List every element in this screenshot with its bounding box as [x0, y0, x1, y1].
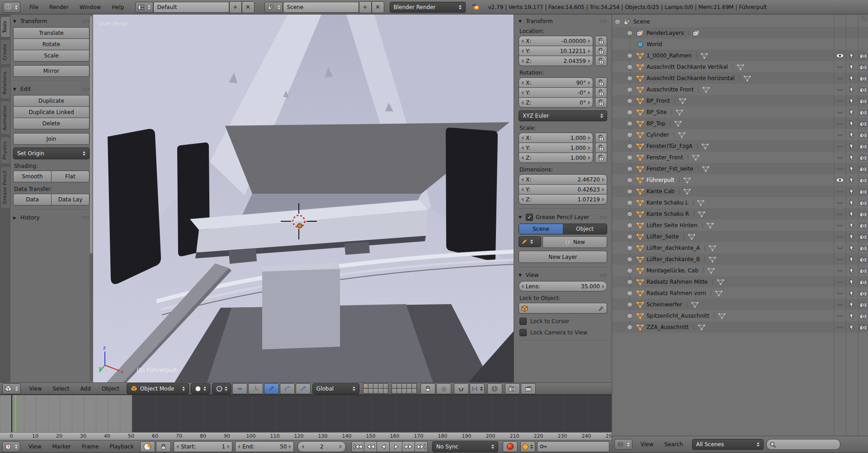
gp-brush-dropdown[interactable]	[519, 236, 541, 247]
search-input[interactable]	[776, 441, 828, 448]
expand-icon[interactable]: ⊕	[627, 290, 633, 296]
proportional-edit-button[interactable]: ◎	[436, 383, 451, 394]
outliner-item-fenster-fst-seite[interactable]: ⊕Fenster_Fst_seite|	[612, 163, 868, 174]
selectable-cursor-icon[interactable]	[849, 109, 854, 116]
layer-cell[interactable]	[407, 389, 411, 393]
render-camera-icon[interactable]	[859, 324, 867, 330]
manipulator-toggle-button[interactable]: ↔	[232, 383, 247, 394]
panel-header-grease-pencil[interactable]: ▼✓Grease Pencil Layer	[519, 214, 607, 221]
gp-new-button[interactable]: New	[542, 236, 607, 248]
layer-cell[interactable]	[383, 384, 388, 388]
pivot-point-dropdown[interactable]	[212, 383, 231, 394]
expand-icon[interactable]: ⊕	[627, 234, 633, 239]
opengl-render-button[interactable]	[505, 383, 520, 394]
visibility-eye-closed-icon[interactable]	[836, 211, 844, 217]
outliner-menu-search[interactable]: Search	[659, 438, 688, 451]
selectable-cursor-icon[interactable]	[849, 97, 854, 105]
expand-icon[interactable]: ⊕	[627, 267, 633, 273]
outliner-item-ausschnitt-dachkante-horizontal[interactable]: ⊕Ausschnitt Dachkante horizontal|	[612, 72, 868, 84]
layer-cell[interactable]	[378, 389, 383, 393]
expand-icon[interactable]: ⊕	[627, 120, 633, 126]
selectable-cursor-icon[interactable]	[849, 120, 854, 127]
delete-scene-button[interactable]: ✕	[372, 1, 384, 13]
panel-header-transform[interactable]: ▼Transform	[13, 18, 90, 24]
outliner-item-montagelücke-cab[interactable]: ⊕Montagelücke, Cab|	[612, 265, 868, 276]
expand-icon[interactable]: ⊕	[627, 177, 633, 183]
number-field[interactable]: Z:2.04359	[519, 56, 593, 66]
number-field[interactable]: X:90°	[519, 77, 593, 88]
visibility-eye-closed-icon[interactable]	[836, 155, 844, 160]
number-field[interactable]: X:1.000	[519, 133, 593, 143]
render-border-button[interactable]	[487, 383, 502, 394]
outliner-menu-view[interactable]: View	[635, 438, 659, 451]
lock-icon[interactable]	[595, 56, 607, 66]
render-camera-icon[interactable]	[859, 166, 867, 172]
set-origin-dropdown[interactable]: Set Origin	[13, 148, 90, 159]
outliner-item-fenster-tür-fzga[interactable]: ⊕Fenster/Tür_FzgA|	[612, 140, 868, 152]
outliner-item-1-0000-rahmen[interactable]: ⊕1_0000_Rahmen|	[612, 50, 868, 61]
visibility-eye-closed-icon[interactable]	[836, 291, 844, 296]
render-camera-icon[interactable]	[859, 211, 867, 217]
grease-pencil-checkbox[interactable]: ✓	[526, 214, 533, 221]
expand-icon[interactable]: ⊕	[627, 30, 633, 36]
expand-icon[interactable]: ⊕	[627, 166, 633, 172]
lock-to-object-field[interactable]	[519, 303, 607, 314]
visibility-eye-closed-icon[interactable]	[836, 76, 844, 81]
collapse-icon[interactable]: ⊖	[614, 19, 621, 24]
lock-icon[interactable]	[595, 36, 607, 46]
sync-dropdown[interactable]: No Sync	[432, 441, 498, 452]
lock-icon[interactable]	[595, 133, 607, 143]
expand-icon[interactable]: ⊕	[627, 313, 633, 319]
visibility-eye-open-icon[interactable]	[836, 177, 844, 183]
selectable-cursor-icon[interactable]	[849, 131, 854, 138]
outliner-item-bp-top[interactable]: ⊕BP_Top|	[612, 118, 868, 129]
render-camera-icon[interactable]	[859, 301, 867, 307]
expand-icon[interactable]: ⊕	[627, 279, 633, 285]
outliner-item-world[interactable]: World	[612, 38, 868, 50]
outliner-item-lüfter-dachkante-b[interactable]: ⊕Lüfter_dachkante_B|	[612, 253, 868, 265]
selectable-cursor-icon[interactable]	[849, 143, 854, 150]
visibility-eye-closed-icon[interactable]	[836, 223, 844, 228]
render-camera-icon[interactable]	[859, 75, 867, 81]
render-camera-icon[interactable]	[859, 143, 867, 149]
next-keyframe-button[interactable]	[402, 441, 415, 452]
expand-icon[interactable]: ⊕	[627, 86, 633, 92]
render-camera-icon[interactable]	[859, 279, 867, 285]
visibility-eye-closed-icon[interactable]	[836, 234, 844, 239]
play-reverse-button[interactable]	[377, 441, 390, 452]
timeline-track[interactable]	[0, 395, 612, 432]
outliner-item-cylinder[interactable]: ⊕Cylinder|	[612, 129, 868, 140]
timeline-menu-marker[interactable]: Marker	[47, 440, 76, 453]
layers-widget[interactable]	[363, 383, 417, 394]
number-field[interactable]: Y:-0°	[519, 87, 593, 98]
visibility-eye-closed-icon[interactable]	[836, 324, 844, 330]
layer-cell[interactable]	[397, 384, 401, 388]
render-camera-icon[interactable]	[859, 200, 867, 205]
expand-icon[interactable]: ⊕	[627, 143, 633, 149]
render-camera-icon[interactable]	[859, 222, 867, 228]
timeline-menu-frame[interactable]: Frame	[76, 440, 104, 453]
render-camera-icon[interactable]	[859, 98, 867, 104]
outliner-item-ausschnitte-front[interactable]: ⊕Ausschnitte Front|	[612, 84, 868, 95]
selectable-cursor-icon[interactable]	[849, 222, 854, 229]
outliner-item-kante-cab[interactable]: ⊕Kante Cab|	[612, 186, 868, 197]
selectable-cursor-icon[interactable]	[849, 267, 854, 274]
expand-icon[interactable]: ⊕	[627, 211, 633, 217]
selectable-cursor-icon[interactable]	[849, 312, 854, 319]
expand-icon[interactable]: ⊕	[627, 222, 633, 228]
outliner-editor-type-button[interactable]	[614, 439, 632, 450]
data-button[interactable]: Data	[13, 194, 52, 205]
start-frame-field[interactable]: Start:1	[174, 441, 232, 452]
selectable-cursor-icon[interactable]	[849, 199, 854, 206]
snap-toggle-button[interactable]	[454, 383, 469, 394]
expand-icon[interactable]: ⊕	[627, 132, 633, 138]
toolshelf-tab-create[interactable]: Create	[1, 39, 10, 65]
timeline-editor-type-button[interactable]	[2, 441, 20, 452]
expand-icon[interactable]: ⊕	[627, 245, 633, 251]
render-engine-dropdown[interactable]: Blender Render	[390, 2, 466, 13]
expand-icon[interactable]: ⊕	[627, 109, 633, 115]
expand-icon[interactable]: ⊕	[627, 98, 633, 104]
selectable-cursor-icon[interactable]	[849, 188, 854, 195]
mode-dropdown[interactable]: Object Mode	[127, 383, 189, 394]
delete-button[interactable]: Delete	[13, 118, 90, 129]
